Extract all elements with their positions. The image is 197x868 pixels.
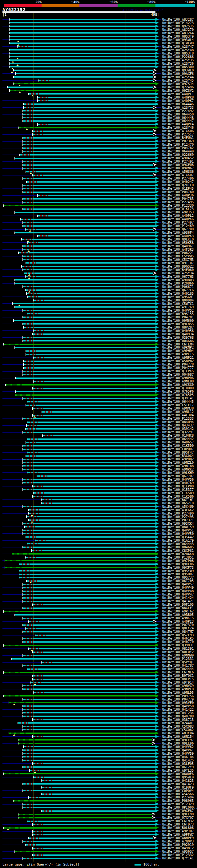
subject-gap-dash bbox=[29, 570, 30, 571]
alignment-bar bbox=[33, 679, 156, 680]
bar-end-arrow-icon bbox=[156, 451, 159, 454]
bar-start-tick bbox=[24, 272, 24, 274]
bar-start-tick bbox=[26, 353, 26, 355]
subject-gap-dash bbox=[35, 486, 37, 487]
alignment-bar bbox=[23, 547, 156, 548]
bar-start-tick bbox=[23, 708, 23, 711]
alignment-bar bbox=[23, 641, 156, 643]
subject-gap-dash bbox=[32, 601, 33, 602]
subject-gap-dash bbox=[33, 543, 35, 545]
subject-gap-dash bbox=[33, 682, 34, 683]
alignment-bar bbox=[23, 479, 156, 480]
subject-gap-dash bbox=[26, 749, 27, 751]
bar-start-tick bbox=[23, 144, 23, 146]
subject-gap-dash bbox=[35, 428, 36, 430]
bar-start-tick bbox=[18, 813, 19, 816]
subject-gap-dash bbox=[47, 794, 49, 795]
subject-gap-dash bbox=[41, 540, 43, 541]
row-label: UniRef100_A4QPJ6 bbox=[162, 194, 194, 197]
alignment-bar bbox=[9, 63, 156, 64]
subject-gap-dash bbox=[29, 790, 31, 791]
row-label: UniRef100_O81391 bbox=[162, 647, 194, 650]
bar-start-tick bbox=[9, 18, 9, 21]
alignment-bar bbox=[23, 316, 156, 318]
bar-end-arrow-icon bbox=[156, 850, 159, 853]
row-label: UniRef100_A4QPL1 bbox=[162, 92, 194, 96]
subject-gap-dash bbox=[19, 553, 23, 555]
alignment-bar bbox=[4, 827, 156, 829]
row-label: UniRef100_O64448 bbox=[162, 116, 194, 120]
subject-gap-dash bbox=[38, 634, 39, 636]
bar-end-arrow-icon bbox=[156, 437, 159, 440]
subject-gap-dash bbox=[51, 810, 52, 812]
alignment-bar bbox=[26, 171, 156, 173]
bar-end-arrow-icon bbox=[156, 681, 159, 684]
bar-end-arrow-icon bbox=[156, 603, 159, 606]
bar-start-tick bbox=[9, 35, 9, 37]
bar-start-tick bbox=[3, 773, 4, 775]
subject-gap-dash bbox=[29, 262, 30, 264]
subject-gap-dash bbox=[36, 682, 38, 683]
bar-start-tick bbox=[42, 434, 43, 437]
bar-end-arrow-icon bbox=[156, 755, 159, 758]
subject-gap-dash bbox=[29, 729, 31, 731]
alignment-bar bbox=[26, 405, 156, 406]
subject-gap-dash bbox=[42, 175, 43, 176]
bar-end-arrow-icon bbox=[156, 400, 159, 403]
subject-gap-dash bbox=[29, 523, 31, 524]
alignment-bar bbox=[33, 492, 156, 494]
row-label: UniRef100_A9NT88 bbox=[162, 464, 194, 468]
subject-gap-dash bbox=[37, 452, 38, 453]
subject-gap-dash bbox=[35, 628, 36, 629]
query-gap-marker-icon bbox=[12, 61, 14, 63]
bar-start-tick bbox=[23, 617, 23, 620]
subject-gap-dash bbox=[11, 90, 14, 91]
subject-gap-dash bbox=[32, 286, 33, 287]
bar-end-arrow-icon bbox=[156, 569, 159, 572]
subject-gap-dash bbox=[26, 587, 27, 588]
row-label: UniRef100_A9NP21 bbox=[162, 356, 194, 359]
bar-end-arrow-icon bbox=[156, 664, 159, 667]
bar-end-arrow-icon bbox=[156, 640, 159, 643]
subject-gap-dash bbox=[32, 225, 33, 227]
alignment-bar bbox=[23, 706, 156, 707]
bar-end-arrow-icon bbox=[156, 857, 159, 860]
bar-start-tick bbox=[9, 59, 9, 61]
bar-end-arrow-icon bbox=[156, 789, 159, 792]
row-label: UniRef100_Q41422 bbox=[162, 708, 194, 711]
bar-start-tick bbox=[23, 198, 23, 200]
row-label: UniRef100_A8JCU4 bbox=[162, 732, 194, 735]
bar-end-arrow-icon bbox=[156, 522, 159, 525]
gridline bbox=[33, 13, 34, 862]
subject-gap-dash bbox=[51, 787, 52, 788]
subject-gap-dash bbox=[33, 107, 34, 108]
bar-end-arrow-icon bbox=[156, 346, 159, 349]
row-label: UniRef100_P12333 bbox=[162, 417, 194, 420]
subject-gap-dash bbox=[38, 130, 40, 132]
subject-gap-dash bbox=[29, 337, 31, 338]
bar-start-tick bbox=[14, 282, 15, 284]
row-label: UniRef100_Q40961 bbox=[162, 245, 194, 248]
alignment-bar bbox=[25, 289, 156, 291]
subject-gap-dash bbox=[28, 289, 30, 291]
subject-gap-dash bbox=[32, 350, 34, 352]
subject-gap-dash bbox=[32, 858, 33, 859]
subject-gap-dash bbox=[32, 709, 33, 710]
subject-gap-dash bbox=[33, 367, 34, 369]
row-label: UniRef100_A2SY44 bbox=[162, 75, 194, 79]
bar-start-tick bbox=[23, 478, 23, 480]
subject-gap-dash bbox=[29, 587, 31, 588]
subject-gap-dash bbox=[26, 608, 27, 609]
alignment-bar bbox=[27, 438, 156, 440]
bar-start-tick bbox=[32, 407, 33, 410]
bar-end-arrow-icon bbox=[156, 745, 159, 748]
subject-gap-dash bbox=[29, 137, 31, 138]
bar-end-arrow-icon bbox=[156, 62, 159, 65]
bar-end-arrow-icon bbox=[156, 752, 159, 755]
bar-start-tick bbox=[25, 289, 26, 291]
subject-gap-dash bbox=[11, 702, 14, 703]
bar-start-tick bbox=[23, 755, 23, 758]
alignment-bar bbox=[33, 330, 156, 331]
subject-gap-dash bbox=[33, 746, 34, 747]
bar-end-arrow-icon bbox=[156, 119, 159, 122]
